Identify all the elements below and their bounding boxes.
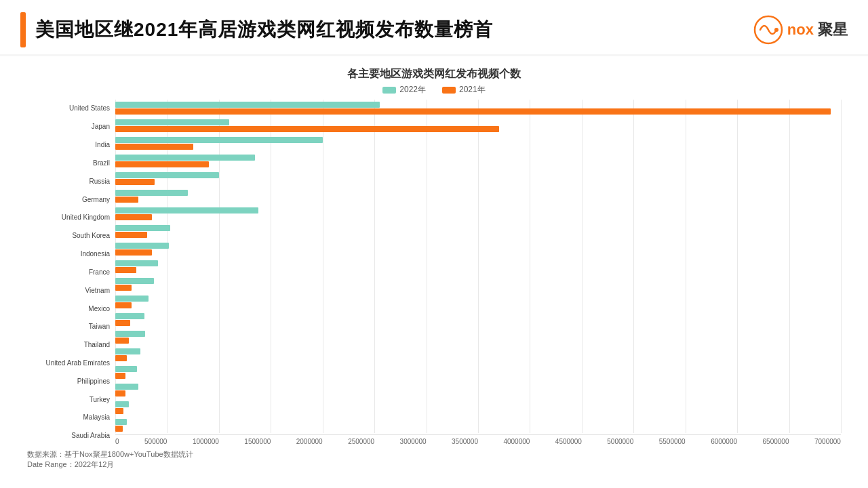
bar-2022 xyxy=(115,102,380,108)
bar-2022 xyxy=(115,331,145,337)
bar-2021 xyxy=(115,320,130,326)
header-left: 美国地区继2021年高居游戏类网红视频发布数量榜首 xyxy=(20,12,493,47)
bar-2022 xyxy=(115,313,144,319)
bar-2022 xyxy=(115,384,138,390)
bar-row xyxy=(115,276,841,292)
chart-legend: 2022年 2021年 xyxy=(27,84,841,96)
legend-2021: 2021年 xyxy=(442,84,486,96)
y-label: Russia xyxy=(27,174,110,190)
y-label: Brazil xyxy=(27,155,110,171)
legend-2022: 2022年 xyxy=(382,84,426,96)
bar-pair xyxy=(115,313,841,326)
y-label: Japan xyxy=(27,119,110,135)
bar-2021 xyxy=(115,126,499,132)
bar-row xyxy=(115,293,841,310)
bar-pair xyxy=(115,331,841,344)
chart-title: 各主要地区游戏类网红发布视频个数 xyxy=(27,67,841,81)
bar-pair xyxy=(115,172,841,185)
x-label: 2500000 xyxy=(348,438,374,445)
bars-area xyxy=(115,100,841,433)
x-label: 4500000 xyxy=(555,438,582,445)
logo-icon xyxy=(753,15,783,45)
bar-pair xyxy=(115,278,841,291)
y-label: Vietnam xyxy=(27,283,110,299)
x-label: 4000000 xyxy=(503,438,530,445)
bar-row xyxy=(115,417,841,433)
bar-row xyxy=(115,188,841,204)
y-label: Saudi Arabia xyxy=(27,428,110,444)
page-title: 美国地区继2021年高居游戏类网红视频发布数量榜首 xyxy=(35,17,493,43)
y-label: Malaysia xyxy=(27,409,110,426)
bar-pair xyxy=(115,260,841,273)
bar-row xyxy=(115,100,841,116)
bar-row xyxy=(115,364,841,380)
bar-pair xyxy=(115,243,841,256)
legend-label-2022: 2022年 xyxy=(399,84,426,96)
header-accent-bar xyxy=(20,12,26,47)
logo-text: nox 聚星 xyxy=(787,20,848,40)
bar-2022 xyxy=(115,172,219,178)
bars-wrapper: 0500000100000015000002000000250000030000… xyxy=(115,100,841,445)
bar-pair xyxy=(115,137,841,150)
bar-row xyxy=(115,346,841,363)
bar-pair xyxy=(115,155,841,167)
bar-2022 xyxy=(115,296,149,302)
page-header: 美国地区继2021年高居游戏类网红视频发布数量榜首 nox 聚星 xyxy=(0,0,868,56)
bar-pair xyxy=(115,225,841,238)
bar-row xyxy=(115,399,841,415)
x-label: 500000 xyxy=(144,438,167,445)
bar-row xyxy=(115,170,841,186)
x-label: 3000000 xyxy=(400,438,427,445)
y-label: South Korea xyxy=(27,228,110,244)
x-label: 0 xyxy=(115,438,119,445)
x-label: 6500000 xyxy=(763,438,789,445)
y-label: Taiwan xyxy=(27,319,110,335)
y-label: France xyxy=(27,264,110,281)
x-label: 5500000 xyxy=(659,438,686,445)
bar-row xyxy=(115,258,841,274)
x-axis: 0500000100000015000002000000250000030000… xyxy=(115,434,841,445)
bar-2022 xyxy=(115,207,258,214)
y-label: United Kingdom xyxy=(27,209,110,226)
bar-pair xyxy=(115,348,841,361)
bar-2021 xyxy=(115,267,136,273)
y-label: Mexico xyxy=(27,301,110,317)
bar-row xyxy=(115,223,841,239)
bar-2022 xyxy=(115,243,169,249)
bar-pair xyxy=(115,190,841,203)
bar-2022 xyxy=(115,401,129,407)
x-label: 2000000 xyxy=(296,438,323,445)
bar-pair xyxy=(115,207,841,220)
bar-2022 xyxy=(115,348,140,354)
y-label: Thailand xyxy=(27,337,110,353)
bar-2022 xyxy=(115,366,137,372)
logo: nox 聚星 xyxy=(753,15,848,45)
bar-2021 xyxy=(115,249,152,256)
bar-row xyxy=(115,329,841,345)
bar-2021 xyxy=(115,426,123,432)
y-label: United Arab Emirates xyxy=(27,355,110,371)
bar-2021 xyxy=(115,179,155,185)
bar-2021 xyxy=(115,390,125,396)
y-label: Germany xyxy=(27,192,110,208)
legend-label-2021: 2021年 xyxy=(459,84,486,96)
bar-2022 xyxy=(115,119,229,125)
bar-row xyxy=(115,382,841,398)
date-range: Date Range：2022年12月 xyxy=(27,460,841,470)
x-label: 6000000 xyxy=(711,438,737,445)
legend-color-2021 xyxy=(442,87,456,94)
bar-2022 xyxy=(115,260,158,266)
bar-2022 xyxy=(115,190,188,196)
bar-pair xyxy=(115,401,841,414)
bar-pair xyxy=(115,102,841,115)
data-source: 数据来源：基于Nox聚星1800w+YouTube数据统计 xyxy=(27,449,841,460)
y-axis: United StatesJapanIndiaBrazilRussiaGerma… xyxy=(27,100,115,445)
bar-2021 xyxy=(115,355,127,361)
bar-2022 xyxy=(115,137,323,143)
bar-row xyxy=(115,205,841,222)
bar-2022 xyxy=(115,419,127,425)
bar-2022 xyxy=(115,225,170,231)
bar-pair xyxy=(115,384,841,396)
y-label: Turkey xyxy=(27,392,110,408)
bar-2021 xyxy=(115,144,193,150)
